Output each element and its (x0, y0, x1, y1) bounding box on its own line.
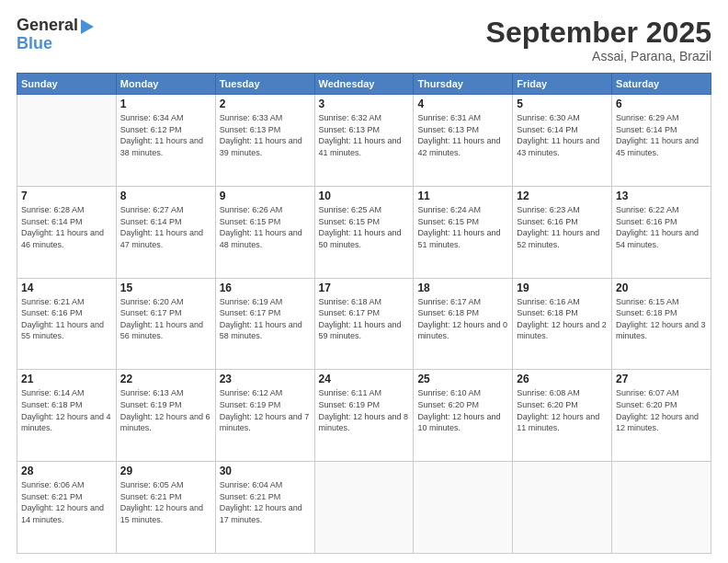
day-info: Sunrise: 6:05 AMSunset: 6:21 PMDaylight:… (120, 479, 211, 525)
table-row: 2 Sunrise: 6:33 AMSunset: 6:13 PMDayligh… (215, 95, 314, 187)
logo: General Blue (17, 17, 94, 53)
day-number: 11 (417, 190, 508, 202)
day-number: 3 (319, 98, 410, 110)
day-number: 12 (517, 190, 608, 202)
day-info: Sunrise: 6:32 AMSunset: 6:13 PMDaylight:… (319, 112, 410, 158)
table-row: 12 Sunrise: 6:23 AMSunset: 6:16 PMDaylig… (513, 186, 612, 278)
day-number: 27 (616, 373, 707, 385)
table-row: 23 Sunrise: 6:12 AMSunset: 6:19 PMDaylig… (215, 370, 314, 462)
header-monday: Monday (116, 74, 215, 95)
header-wednesday: Wednesday (314, 74, 414, 95)
table-row: 11 Sunrise: 6:24 AMSunset: 6:15 PMDaylig… (414, 186, 513, 278)
day-number: 26 (517, 373, 608, 385)
day-number: 25 (417, 373, 508, 385)
table-row: 1 Sunrise: 6:34 AMSunset: 6:12 PMDayligh… (116, 95, 215, 187)
day-info: Sunrise: 6:22 AMSunset: 6:16 PMDaylight:… (616, 204, 707, 250)
table-row (513, 462, 612, 554)
table-row: 25 Sunrise: 6:10 AMSunset: 6:20 PMDaylig… (414, 370, 513, 462)
day-info: Sunrise: 6:33 AMSunset: 6:13 PMDaylight:… (220, 112, 311, 158)
day-number: 17 (319, 282, 410, 294)
table-row: 20 Sunrise: 6:15 AMSunset: 6:18 PMDaylig… (612, 278, 711, 370)
day-info: Sunrise: 6:16 AMSunset: 6:18 PMDaylight:… (517, 296, 608, 342)
day-number: 24 (319, 373, 410, 385)
logo-blue-text: Blue (17, 35, 94, 53)
table-row: 8 Sunrise: 6:27 AMSunset: 6:14 PMDayligh… (116, 186, 215, 278)
table-row (314, 462, 414, 554)
table-row: 10 Sunrise: 6:25 AMSunset: 6:15 PMDaylig… (314, 186, 414, 278)
table-row: 4 Sunrise: 6:31 AMSunset: 6:13 PMDayligh… (414, 95, 513, 187)
day-number: 14 (21, 282, 112, 294)
table-row: 15 Sunrise: 6:20 AMSunset: 6:17 PMDaylig… (116, 278, 215, 370)
header-sunday: Sunday (17, 74, 117, 95)
day-number: 5 (517, 98, 608, 110)
table-row: 27 Sunrise: 6:07 AMSunset: 6:20 PMDaylig… (612, 370, 711, 462)
day-info: Sunrise: 6:04 AMSunset: 6:21 PMDaylight:… (220, 479, 311, 525)
table-row: 22 Sunrise: 6:13 AMSunset: 6:19 PMDaylig… (116, 370, 215, 462)
day-info: Sunrise: 6:06 AMSunset: 6:21 PMDaylight:… (21, 479, 112, 525)
day-number: 9 (220, 190, 311, 202)
table-row: 24 Sunrise: 6:11 AMSunset: 6:19 PMDaylig… (314, 370, 414, 462)
day-info: Sunrise: 6:17 AMSunset: 6:18 PMDaylight:… (417, 296, 508, 342)
table-row: 9 Sunrise: 6:26 AMSunset: 6:15 PMDayligh… (215, 186, 314, 278)
day-number: 29 (120, 465, 211, 477)
logo-general-text: General (17, 17, 78, 35)
day-number: 4 (417, 98, 508, 110)
logo-arrow-icon (81, 19, 94, 34)
day-info: Sunrise: 6:28 AMSunset: 6:14 PMDaylight:… (21, 204, 112, 250)
table-row: 19 Sunrise: 6:16 AMSunset: 6:18 PMDaylig… (513, 278, 612, 370)
day-info: Sunrise: 6:11 AMSunset: 6:19 PMDaylight:… (319, 387, 410, 433)
day-number: 8 (120, 190, 211, 202)
day-info: Sunrise: 6:12 AMSunset: 6:19 PMDaylight:… (220, 387, 311, 433)
day-number: 16 (220, 282, 311, 294)
day-number: 6 (616, 98, 707, 110)
table-row: 17 Sunrise: 6:18 AMSunset: 6:17 PMDaylig… (314, 278, 414, 370)
table-row: 30 Sunrise: 6:04 AMSunset: 6:21 PMDaylig… (215, 462, 314, 554)
day-info: Sunrise: 6:18 AMSunset: 6:17 PMDaylight:… (319, 296, 410, 342)
day-number: 23 (220, 373, 311, 385)
day-number: 7 (21, 190, 112, 202)
header: General Blue September 2025 Assai, Paran… (17, 17, 711, 63)
day-info: Sunrise: 6:30 AMSunset: 6:14 PMDaylight:… (517, 112, 608, 158)
day-number: 13 (616, 190, 707, 202)
day-number: 15 (120, 282, 211, 294)
day-number: 1 (120, 98, 211, 110)
table-row: 28 Sunrise: 6:06 AMSunset: 6:21 PMDaylig… (17, 462, 117, 554)
table-row: 21 Sunrise: 6:14 AMSunset: 6:18 PMDaylig… (17, 370, 117, 462)
day-info: Sunrise: 6:14 AMSunset: 6:18 PMDaylight:… (21, 387, 112, 433)
day-info: Sunrise: 6:13 AMSunset: 6:19 PMDaylight:… (120, 387, 211, 433)
day-info: Sunrise: 6:21 AMSunset: 6:16 PMDaylight:… (21, 296, 112, 342)
calendar-table: Sunday Monday Tuesday Wednesday Thursday… (17, 73, 711, 554)
day-info: Sunrise: 6:24 AMSunset: 6:15 PMDaylight:… (417, 204, 508, 250)
day-info: Sunrise: 6:23 AMSunset: 6:16 PMDaylight:… (517, 204, 608, 250)
day-number: 21 (21, 373, 112, 385)
table-row: 13 Sunrise: 6:22 AMSunset: 6:16 PMDaylig… (612, 186, 711, 278)
day-number: 18 (417, 282, 508, 294)
day-info: Sunrise: 6:31 AMSunset: 6:13 PMDaylight:… (417, 112, 508, 158)
day-info: Sunrise: 6:27 AMSunset: 6:14 PMDaylight:… (120, 204, 211, 250)
day-info: Sunrise: 6:10 AMSunset: 6:20 PMDaylight:… (417, 387, 508, 433)
location-subtitle: Assai, Parana, Brazil (486, 49, 711, 63)
day-info: Sunrise: 6:08 AMSunset: 6:20 PMDaylight:… (517, 387, 608, 433)
title-section: September 2025 Assai, Parana, Brazil (486, 17, 711, 63)
day-number: 2 (220, 98, 311, 110)
day-number: 10 (319, 190, 410, 202)
table-row: 26 Sunrise: 6:08 AMSunset: 6:20 PMDaylig… (513, 370, 612, 462)
table-row: 14 Sunrise: 6:21 AMSunset: 6:16 PMDaylig… (17, 278, 117, 370)
table-row (17, 95, 117, 187)
table-row: 3 Sunrise: 6:32 AMSunset: 6:13 PMDayligh… (314, 95, 414, 187)
table-row: 7 Sunrise: 6:28 AMSunset: 6:14 PMDayligh… (17, 186, 117, 278)
header-thursday: Thursday (414, 74, 513, 95)
header-tuesday: Tuesday (215, 74, 314, 95)
day-number: 28 (21, 465, 112, 477)
day-info: Sunrise: 6:20 AMSunset: 6:17 PMDaylight:… (120, 296, 211, 342)
day-info: Sunrise: 6:29 AMSunset: 6:14 PMDaylight:… (616, 112, 707, 158)
month-title: September 2025 (486, 17, 711, 49)
table-row (414, 462, 513, 554)
header-saturday: Saturday (612, 74, 711, 95)
table-row: 29 Sunrise: 6:05 AMSunset: 6:21 PMDaylig… (116, 462, 215, 554)
day-number: 20 (616, 282, 707, 294)
table-row: 6 Sunrise: 6:29 AMSunset: 6:14 PMDayligh… (612, 95, 711, 187)
day-info: Sunrise: 6:25 AMSunset: 6:15 PMDaylight:… (319, 204, 410, 250)
day-info: Sunrise: 6:19 AMSunset: 6:17 PMDaylight:… (220, 296, 311, 342)
table-row: 18 Sunrise: 6:17 AMSunset: 6:18 PMDaylig… (414, 278, 513, 370)
